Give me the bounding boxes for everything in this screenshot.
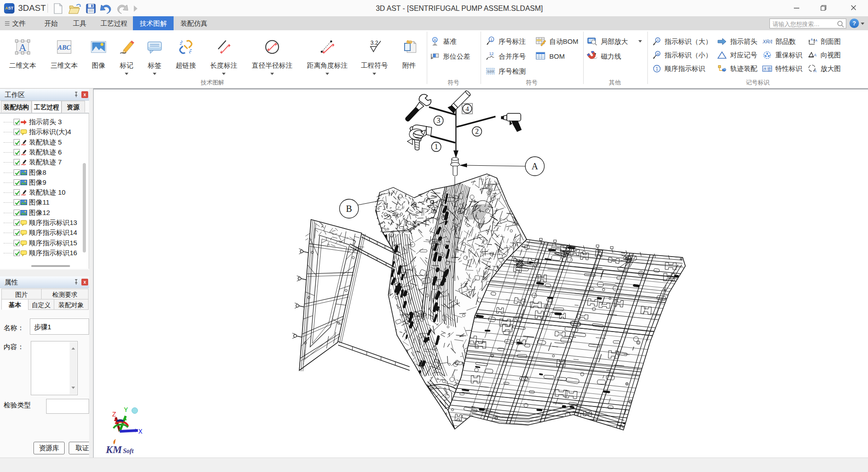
svg-text:3: 3 [437,117,440,124]
svg-text:1: 1 [434,143,438,150]
svg-text:12: 12 [489,51,494,56]
svg-text:ABC: ABC [57,44,71,51]
svg-text:A: A [19,42,26,53]
svg-text:A: A [815,38,817,42]
svg-text:A: A [813,69,816,73]
svg-text:XR/L: XR/L [762,39,772,44]
svg-text:A: A [532,161,538,171]
svg-text:A: A [811,37,813,42]
svg-text:Soft: Soft [123,448,134,454]
svg-text:123: 123 [487,69,494,74]
svg-text:Y: Y [124,407,128,414]
svg-text:4: 4 [466,105,469,112]
svg-text:A: A [434,38,436,42]
svg-text:X: X [138,428,142,436]
svg-text:1: 1 [656,66,658,71]
svg-text:a: a [657,51,659,56]
svg-text:A: A [656,38,659,42]
svg-text:B: B [346,204,352,214]
svg-text:A: A [813,53,816,57]
svg-text:2: 2 [475,127,479,135]
svg-text:KM: KM [105,444,123,455]
svg-text:1: 1 [490,37,492,42]
svg-text:水密: 水密 [763,66,772,71]
